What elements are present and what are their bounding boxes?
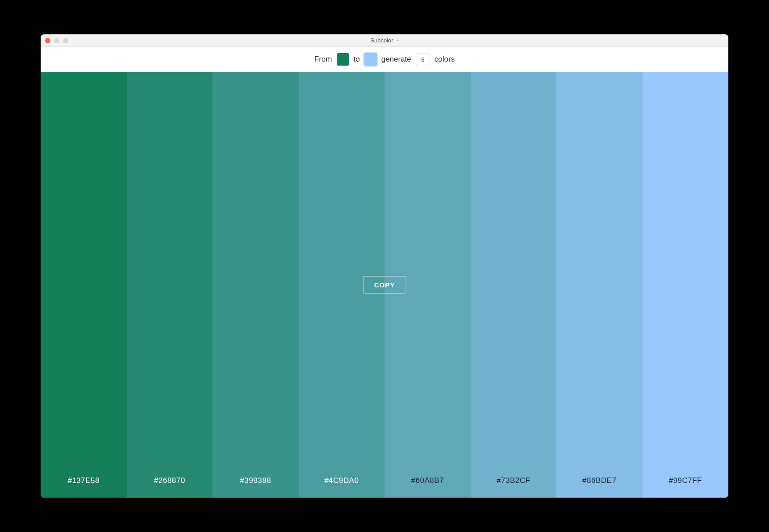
palette-hex-label: #137E58	[67, 476, 100, 485]
generate-label: generate	[381, 55, 411, 64]
minimize-window-button[interactable]	[54, 38, 59, 43]
to-label: to	[354, 55, 360, 64]
window-title: Subcolor •	[41, 37, 728, 44]
palette-column[interactable]: #268870	[127, 72, 213, 498]
app-window: Subcolor • From to generate colors #137E…	[41, 34, 728, 498]
from-color-swatch[interactable]	[337, 53, 349, 66]
count-input[interactable]	[416, 54, 430, 65]
modified-indicator-icon: •	[397, 37, 399, 44]
palette-hex-label: #86BDE7	[582, 476, 616, 485]
palette-hex-label: #60A8B7	[411, 476, 444, 485]
palette-hex-label: #73B2CF	[497, 476, 530, 485]
copy-button[interactable]: COPY	[363, 276, 406, 294]
palette-hex-label: #4C9DA0	[324, 476, 359, 485]
palette-hex-label: #268870	[154, 476, 185, 485]
from-label: From	[314, 55, 332, 64]
close-window-button[interactable]	[45, 38, 50, 43]
to-color-swatch[interactable]	[364, 53, 377, 66]
window-title-text: Subcolor	[370, 37, 393, 44]
palette-hex-label: #399388	[240, 476, 271, 485]
palette-hex-label: #99C7FF	[669, 476, 702, 485]
palette: #137E58#268870#399388#4C9DA0#60A8B7#73B2…	[41, 72, 728, 498]
palette-column[interactable]: #73B2CF	[471, 72, 557, 498]
palette-column[interactable]: #99C7FF	[643, 72, 729, 498]
toolbar: From to generate colors	[41, 47, 728, 72]
palette-column[interactable]: #399388	[213, 72, 299, 498]
palette-column[interactable]: #86BDE7	[556, 72, 643, 498]
palette-column[interactable]: #137E58	[41, 72, 127, 498]
colors-label: colors	[435, 55, 455, 64]
traffic-lights	[45, 38, 68, 43]
titlebar: Subcolor •	[41, 34, 728, 47]
zoom-window-button[interactable]	[63, 38, 68, 43]
